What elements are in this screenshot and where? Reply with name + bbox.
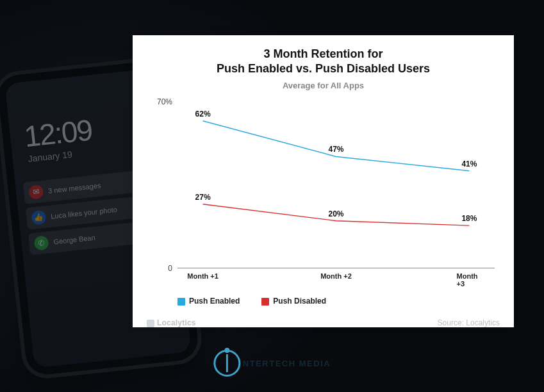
legend-swatch-icon <box>177 298 185 306</box>
source-text: Source: Localytics <box>438 318 500 327</box>
legend-label: Push Enabled <box>189 297 240 306</box>
data-label: 47% <box>328 145 343 154</box>
legend: Push Enabled Push Disabled <box>177 297 500 306</box>
logo-dot <box>224 348 229 353</box>
data-label: 27% <box>195 193 211 202</box>
legend-item-enabled: Push Enabled <box>177 297 240 306</box>
y-tick-label: 0 <box>149 264 172 273</box>
data-label: 18% <box>461 214 477 223</box>
legend-swatch-icon <box>261 298 269 306</box>
bar-chart-icon <box>147 320 154 327</box>
x-axis-labels: Month +1 Month +2 Month +3 <box>177 272 495 285</box>
plot-area: 70% 0 62% 47% 41% 27% 20% 18% <box>177 102 495 268</box>
chart-title-line1: 3 Month Retention for <box>264 47 383 60</box>
intertech-media-logo: NTERTECH MEDIA <box>213 350 331 377</box>
chart-lines-svg <box>177 102 495 268</box>
logo-circle-icon <box>213 350 240 377</box>
x-axis-line <box>177 268 495 268</box>
chart-title: 3 Month Retention for Push Enabled vs. P… <box>147 47 500 76</box>
page-root: 12:09 January 19 ✉ 3 new messages 👍 Luca… <box>0 0 544 392</box>
x-tick-label: Month +1 <box>187 272 218 280</box>
chart-title-line2: Push Enabled vs. Push Disabled Users <box>217 62 430 75</box>
legend-item-disabled: Push Disabled <box>261 297 326 306</box>
chart-card: 3 Month Retention for Push Enabled vs. P… <box>133 35 514 327</box>
x-tick-label: Month +3 <box>457 272 482 288</box>
data-label: 20% <box>328 209 343 218</box>
localytics-brand: Localytics <box>147 318 196 327</box>
brand-text: Localytics <box>157 318 196 327</box>
y-tick-label: 70% <box>149 97 172 106</box>
chart-subtitle: Average for All Apps <box>147 81 500 90</box>
card-footer: Localytics Source: Localytics <box>147 318 500 327</box>
x-tick-label: Month +2 <box>320 272 352 280</box>
logo-stem <box>226 354 227 372</box>
legend-label: Push Disabled <box>273 297 326 306</box>
logo-text: NTERTECH MEDIA <box>243 359 331 368</box>
data-label: 41% <box>461 159 477 168</box>
data-label: 62% <box>195 110 211 118</box>
